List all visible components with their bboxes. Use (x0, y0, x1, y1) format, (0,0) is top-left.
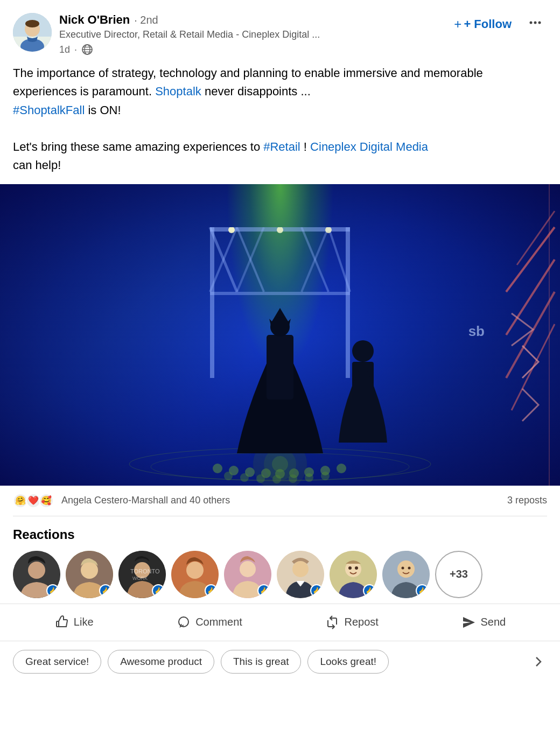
reactions-section: Reactions 👍 👍 (0, 516, 560, 604)
reactions-summary-row: 🤗 ❤️ 🥰 Angela Cestero-Marshall and 40 ot… (13, 486, 547, 516)
cineplex-link[interactable]: Cineplex Digital Media (310, 140, 428, 153)
svg-point-11 (530, 22, 533, 24)
svg-point-72 (292, 561, 309, 577)
post-body-text: The importance of strategy, technology a… (13, 64, 547, 174)
reaction-emoji-3: 🥰 (39, 493, 54, 508)
like-label: Like (74, 616, 94, 628)
body-text-4: Let's bring these same amazing experienc… (13, 140, 260, 153)
reactions-left[interactable]: 🤗 ❤️ 🥰 Angela Cestero-Marshall and 40 ot… (13, 493, 230, 508)
svg-point-80 (408, 566, 411, 569)
quick-reply-1[interactable]: Great service! (13, 650, 101, 674)
like-badge-5: 👍 (257, 584, 270, 597)
like-badge-7: 👍 (363, 584, 376, 597)
svg-point-36 (352, 340, 374, 362)
reaction-emojis: 🤗 ❤️ 🥰 (13, 493, 52, 508)
hashtag-retail[interactable]: #Retail (263, 140, 300, 153)
quick-reply-2[interactable]: Awesome product (108, 650, 214, 674)
svg-rect-81 (57, 621, 59, 627)
svg-point-76 (355, 566, 358, 570)
reposts-text[interactable]: 3 reposts (507, 495, 547, 506)
svg-point-75 (348, 566, 352, 570)
body-text-5: can help! (13, 158, 61, 172)
reactor-avatar-6[interactable]: 👍 (277, 551, 324, 598)
like-badge-2: 👍 (99, 584, 112, 597)
post-header: Nick O'Brien · 2nd Executive Director, R… (13, 13, 547, 55)
post-image: sb (0, 184, 560, 486)
svg-point-68 (186, 562, 204, 579)
sb-text: sb (468, 323, 485, 340)
reactor-avatar-8[interactable]: 👍 (382, 551, 430, 598)
hashtag-shoptalkfall[interactable]: #ShoptalkFall (13, 103, 85, 117)
svg-line-29 (506, 260, 555, 335)
svg-point-54 (305, 473, 313, 482)
svg-point-13 (538, 22, 541, 24)
shoptalk-link[interactable]: Shoptalk (155, 85, 201, 98)
like-badge-8: 👍 (416, 584, 429, 597)
like-icon (54, 615, 69, 630)
reactor-avatar-7[interactable]: 👍 (330, 551, 377, 598)
send-label: Send (480, 616, 506, 628)
svg-rect-14 (210, 227, 214, 378)
author-name[interactable]: Nick O'Brien (59, 13, 130, 27)
post-header-right: + + Follow (450, 13, 547, 35)
follow-label: + Follow (464, 17, 512, 31)
svg-point-60 (28, 562, 45, 579)
repost-icon (325, 615, 340, 630)
author-name-row: Nick O'Brien · 2nd (59, 13, 320, 27)
svg-point-40 (213, 464, 222, 473)
reactor-avatar-2[interactable]: 👍 (66, 551, 113, 598)
quick-reply-3[interactable]: This is great (221, 650, 301, 674)
svg-point-50 (240, 473, 249, 482)
repost-button[interactable]: Repost (316, 609, 387, 635)
connection-degree: · 2nd (134, 14, 158, 26)
comment-icon (176, 615, 191, 630)
post-time: 1d (59, 44, 70, 55)
more-count-label: +33 (450, 568, 468, 580)
comment-button[interactable]: Comment (167, 609, 251, 635)
chevron-right-icon[interactable] (530, 653, 547, 670)
reactor-avatars: 👍 👍 TORONTO WORK 👍 (13, 551, 547, 598)
more-options-button[interactable] (523, 13, 547, 35)
post-image-inner: sb (0, 184, 560, 486)
svg-point-78 (397, 560, 415, 578)
action-bar: Like Comment Repost Send (0, 604, 560, 641)
reactor-avatar-4[interactable]: 👍 (171, 551, 219, 598)
svg-line-30 (506, 292, 555, 378)
reactor-avatar-5[interactable]: 👍 (224, 551, 271, 598)
svg-point-79 (402, 566, 404, 569)
globe-icon (81, 44, 93, 55)
svg-point-62 (81, 562, 98, 579)
quick-replies: Great service! Awesome product This is g… (0, 641, 560, 682)
avatar[interactable] (13, 13, 52, 52)
post-header-left: Nick O'Brien · 2nd Executive Director, R… (13, 13, 320, 55)
svg-point-49 (224, 472, 233, 480)
reactor-avatar-3[interactable]: TORONTO WORK 👍 (118, 551, 166, 598)
reactor-avatar-1[interactable]: 👍 (13, 551, 60, 598)
repost-label: Repost (344, 616, 378, 628)
body-text-3: is ON! (88, 103, 121, 117)
author-info: Nick O'Brien · 2nd Executive Director, R… (59, 13, 320, 55)
comment-label: Comment (195, 616, 242, 628)
reactor-more-count[interactable]: +33 (435, 551, 482, 598)
separator: · (74, 44, 77, 55)
svg-text:TORONTO: TORONTO (130, 568, 160, 574)
author-title: Executive Director, Retail & Retail Medi… (59, 29, 320, 41)
send-button[interactable]: Send (452, 609, 514, 635)
svg-point-58 (272, 456, 288, 472)
like-button[interactable]: Like (46, 609, 102, 635)
post-meta: 1d · (59, 44, 320, 55)
post-card: Nick O'Brien · 2nd Executive Director, R… (0, 0, 560, 516)
svg-rect-34 (267, 335, 293, 399)
center-silhouette (237, 303, 323, 453)
quick-reply-4[interactable]: Looks great! (307, 650, 389, 674)
svg-point-48 (337, 464, 346, 473)
right-silhouette (336, 335, 390, 443)
reactions-title: Reactions (13, 527, 547, 542)
svg-text:WORK: WORK (132, 576, 148, 581)
body-text-2: never disappoints ... (205, 85, 311, 98)
svg-point-26 (277, 227, 283, 233)
follow-button[interactable]: + + Follow (450, 15, 516, 34)
svg-point-70 (240, 561, 256, 577)
svg-point-55 (321, 472, 330, 480)
exclamation: ! (304, 140, 307, 153)
